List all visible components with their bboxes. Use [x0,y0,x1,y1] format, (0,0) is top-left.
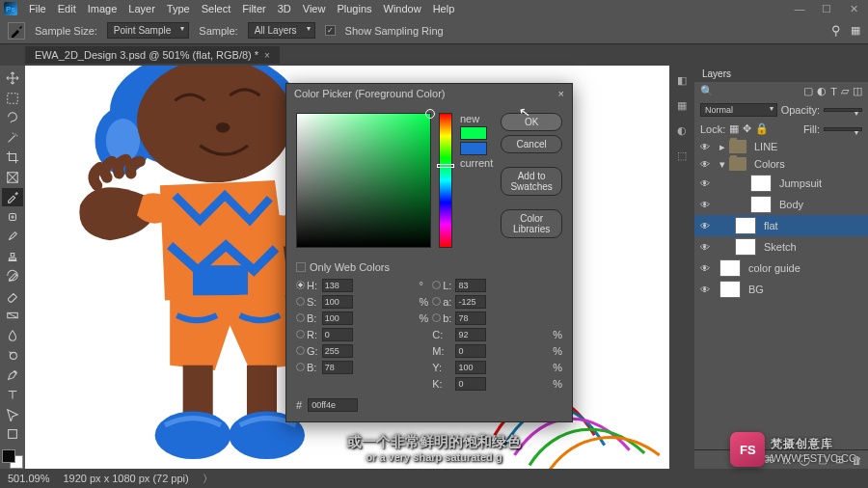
eyedropper-tool-icon[interactable] [8,22,25,40]
lock-position-icon[interactable]: ✥ [743,122,751,135]
menu-plugins[interactable]: Plugins [337,3,371,14]
sample-dropdown[interactable]: All Layers [248,22,315,39]
add-swatches-button[interactable]: Add to Swatches [501,167,562,196]
cancel-button[interactable]: Cancel [501,135,562,153]
history-brush-icon[interactable] [2,267,23,285]
folder-toggle-icon[interactable]: ▸ [719,141,725,153]
brush-tool-icon[interactable] [2,228,23,246]
menu-file[interactable]: File [29,3,46,14]
bb-field[interactable] [322,361,353,374]
lasso-tool-icon[interactable] [2,109,23,127]
workspace-icon[interactable]: ▦ [851,24,860,37]
layer-row[interactable]: 👁Jumpsuit [694,173,868,194]
dialog-close-icon[interactable]: × [558,88,564,99]
blur-tool-icon[interactable] [2,327,23,345]
only-web-checkbox[interactable] [296,262,306,272]
hex-field[interactable] [308,398,358,412]
l-field[interactable] [455,279,486,292]
layer-name[interactable]: flat [764,220,778,231]
layer-name[interactable]: Jumpsuit [779,177,822,189]
ok-button[interactable]: OK [501,113,562,131]
visibility-toggle-icon[interactable]: 👁 [698,283,712,296]
stamp-tool-icon[interactable] [2,248,23,266]
layer-name[interactable]: Sketch [764,241,797,253]
window-minimize-icon[interactable]: — [789,3,810,15]
foreground-color-swatch[interactable] [2,449,15,463]
visibility-toggle-icon[interactable]: 👁 [698,219,712,232]
gradient-tool-icon[interactable] [2,307,23,325]
eraser-tool-icon[interactable] [2,287,23,306]
foreground-background-swatch[interactable] [2,449,23,469]
hue-cursor[interactable] [437,164,454,168]
hue-slider[interactable] [439,113,452,248]
g-field[interactable] [322,344,353,358]
menu-layer[interactable]: Layer [128,3,155,14]
g-radio[interactable] [296,346,305,355]
l-radio[interactable] [432,281,441,289]
layer-row[interactable]: 👁▾Colors [694,155,868,173]
layer-thumbnail[interactable] [750,196,772,213]
layer-name[interactable]: Colors [754,158,785,170]
h-radio[interactable] [296,281,305,289]
filter-shape-icon[interactable]: ▱ [841,85,849,97]
menu-view[interactable]: View [303,3,326,14]
pen-tool-icon[interactable] [2,366,23,385]
color-panel-icon[interactable]: ◧ [673,71,691,89]
menu-image[interactable]: Image [88,3,118,14]
filter-adjust-icon[interactable]: ◐ [817,85,827,97]
libraries-panel-icon[interactable]: ⬚ [673,147,691,164]
path-tool-icon[interactable] [2,406,23,424]
s-field[interactable] [322,295,353,309]
dodge-tool-icon[interactable] [2,346,23,365]
swatches-panel-icon[interactable]: ▦ [673,96,691,114]
m-field[interactable] [455,344,486,358]
layer-name[interactable]: LINE [754,141,777,152]
shape-tool-icon[interactable] [2,425,23,444]
visibility-toggle-icon[interactable]: 👁 [698,140,712,153]
h-field[interactable] [322,279,353,292]
layer-row[interactable]: 👁color guide [694,258,868,279]
menu-window[interactable]: Window [384,3,421,14]
layer-name[interactable]: BG [748,284,764,295]
layer-thumbnail[interactable] [735,217,756,234]
fill-field[interactable] [824,127,862,131]
lock-all-icon[interactable]: 🔒 [755,122,769,135]
layer-thumbnail[interactable] [750,175,772,192]
b-radio[interactable] [432,313,441,322]
layer-name[interactable]: color guide [748,262,800,274]
layer-row[interactable]: 👁Sketch [694,236,868,258]
bb-radio[interactable] [296,363,305,371]
layer-row[interactable]: 👁▸LINE [694,138,868,155]
r-field[interactable] [322,328,353,341]
document-tab[interactable]: EWA_2D_Design 3.psd @ 501% (flat, RGB/8)… [25,46,280,64]
zoom-level[interactable]: 501.09% [8,473,49,484]
saturation-value-field[interactable] [296,113,431,248]
wand-tool-icon[interactable] [2,129,23,148]
menu-filter[interactable]: Filter [242,3,265,14]
lock-pixels-icon[interactable]: ▦ [729,122,739,135]
folder-toggle-icon[interactable]: ▾ [719,158,725,171]
layer-thumbnail[interactable] [735,238,756,256]
visibility-toggle-icon[interactable]: 👁 [698,198,712,211]
healing-tool-icon[interactable] [2,208,23,227]
menu-type[interactable]: Type [167,3,190,14]
visibility-toggle-icon[interactable]: 👁 [698,157,712,171]
crop-tool-icon[interactable] [2,149,23,167]
close-tab-icon[interactable]: × [264,50,270,61]
filter-smart-icon[interactable]: ◫ [853,85,862,97]
layer-row[interactable]: 👁Body [694,194,868,215]
bv-field[interactable] [322,312,353,325]
window-close-icon[interactable]: ✕ [843,3,864,15]
layer-thumbnail[interactable] [719,259,741,277]
menu-select[interactable]: Select [202,3,231,14]
filter-type-icon[interactable]: T [830,86,837,97]
visibility-toggle-icon[interactable]: 👁 [698,240,712,254]
sv-cursor[interactable] [425,109,435,119]
y-field[interactable] [455,361,486,374]
frame-tool-icon[interactable] [2,169,23,187]
layers-panel-title[interactable]: Layers [694,66,868,82]
menu-edit[interactable]: Edit [58,3,76,14]
visibility-toggle-icon[interactable]: 👁 [698,261,712,275]
menu-3d[interactable]: 3D [278,3,291,14]
r-radio[interactable] [296,330,305,339]
